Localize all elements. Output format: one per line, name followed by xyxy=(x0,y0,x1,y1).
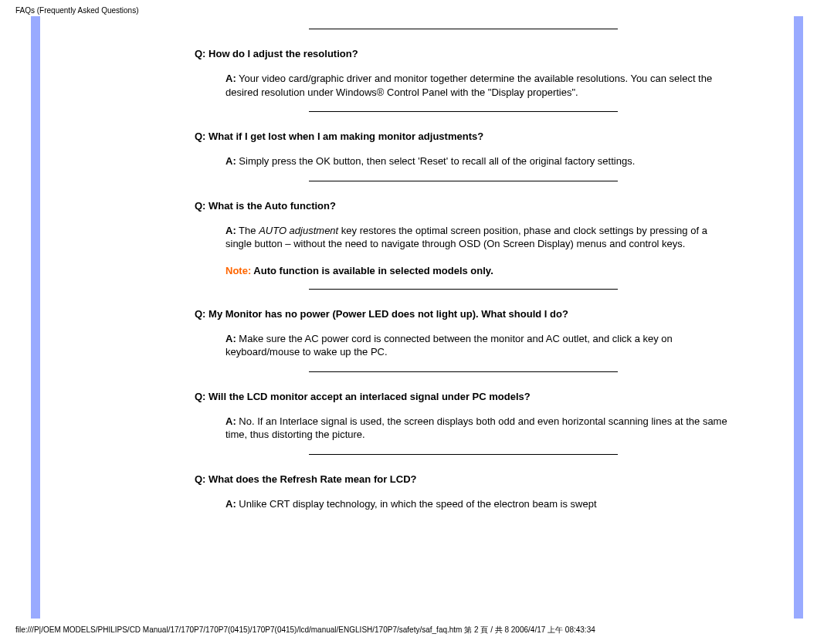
note-text: Auto function is available in selected m… xyxy=(253,265,493,276)
answer-text: Your video card/graphic driver and monit… xyxy=(225,73,712,98)
separator xyxy=(309,371,618,372)
answer-em: AUTO adjustment xyxy=(259,225,338,236)
separator xyxy=(309,29,618,29)
note-label: Note: xyxy=(225,265,253,276)
separator xyxy=(309,289,618,290)
left-color-bar xyxy=(31,16,40,619)
faq-answer: A: Unlike CRT display technology, in whi… xyxy=(225,497,732,511)
answer-lead: A: xyxy=(225,155,236,167)
faq-question: Q: Will the LCD monitor accept an interl… xyxy=(195,391,732,402)
faq-answer: A: Simply press the OK button, then sele… xyxy=(225,154,732,168)
faq-answer: A: The AUTO adjustment key restores the … xyxy=(225,224,732,251)
faq-answer: A: Make sure the AC power cord is connec… xyxy=(225,332,732,359)
answer-lead: A: xyxy=(225,415,236,427)
separator xyxy=(309,454,618,455)
answer-lead: A: xyxy=(225,225,236,236)
faq-answer: A: Your video card/graphic driver and mo… xyxy=(225,72,732,99)
answer-lead: A: xyxy=(225,73,236,84)
faq-question: Q: What is the Auto function? xyxy=(195,200,732,212)
answer-lead: A: xyxy=(225,333,236,344)
answer-text: Make sure the AC power cord is connected… xyxy=(225,333,673,358)
answer-text: No. If an Interlace signal is used, the … xyxy=(225,415,727,441)
page-frame: Q: How do I adjust the resolution? A: Yo… xyxy=(31,16,803,619)
answer-text: Simply press the OK button, then select … xyxy=(239,155,635,167)
left-spacer xyxy=(40,16,195,619)
answer-pre: The xyxy=(239,225,259,236)
document-header: FAQs (Frequently Asked Questions) xyxy=(0,0,834,16)
right-gutter xyxy=(748,16,794,619)
footer-path: file:///P|/OEM MODELS/PHILIPS/CD Manual/… xyxy=(0,619,834,640)
answer-lead: A: xyxy=(225,498,236,510)
answer-text: Unlike CRT display technology, in which … xyxy=(239,498,596,510)
faq-answer: A: No. If an Interlace signal is used, t… xyxy=(225,415,732,442)
faq-question: Q: What does the Refresh Rate mean for L… xyxy=(195,473,732,485)
faq-question: Q: My Monitor has no power (Power LED do… xyxy=(195,308,732,320)
faq-note: Note: Auto function is available in sele… xyxy=(225,265,732,276)
main-content: Q: How do I adjust the resolution? A: Yo… xyxy=(195,16,748,619)
right-color-bar xyxy=(794,16,803,619)
faq-question: Q: How do I adjust the resolution? xyxy=(195,48,732,59)
faq-question: Q: What if I get lost when I am making m… xyxy=(195,130,732,142)
separator xyxy=(309,181,618,181)
separator xyxy=(309,111,618,112)
